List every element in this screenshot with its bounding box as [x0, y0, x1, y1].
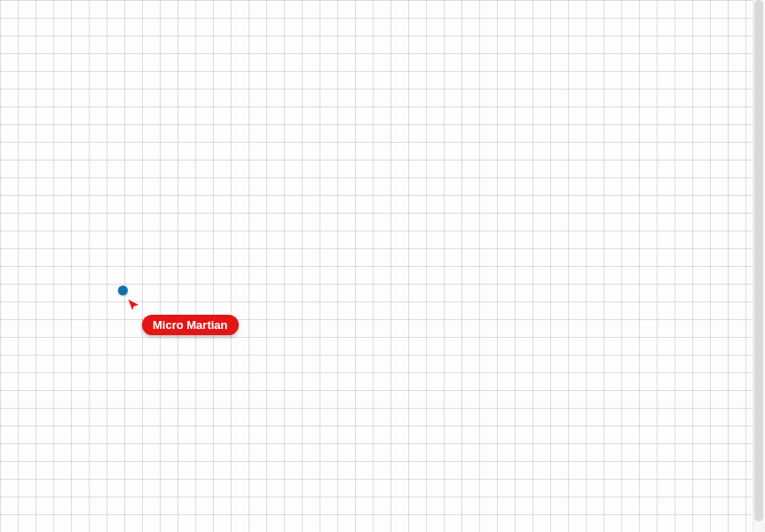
- remote-cursor-label: Micro Martian: [142, 315, 239, 335]
- cursor-arrow-icon: [128, 299, 140, 311]
- whiteboard-canvas[interactable]: Micro Martian: [0, 0, 765, 532]
- canvas-node[interactable]: [118, 286, 128, 295]
- vertical-scrollbar-thumb[interactable]: [754, 0, 763, 521]
- vertical-scrollbar[interactable]: [753, 0, 765, 532]
- remote-cursor-pointer-icon: [126, 297, 142, 313]
